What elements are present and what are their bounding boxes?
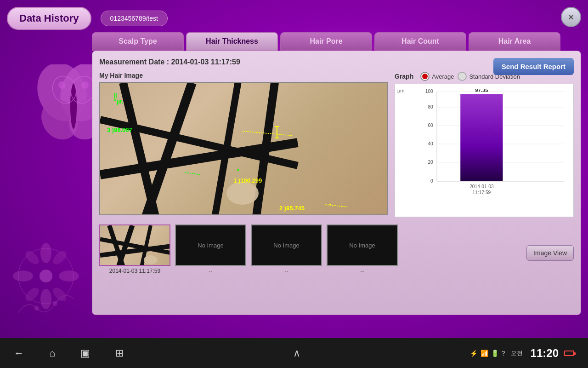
main-panel: Measurement Date : 2014-01-03 11:17:59 S… [92, 51, 581, 315]
wifi-icon: 🔋 [491, 350, 499, 357]
measurement-2: 2 )95.745 [279, 205, 305, 212]
user-id: 0123456789/test [101, 11, 168, 26]
svg-line-30 [185, 172, 201, 175]
measurement-indicator-top: ||"μr. [114, 92, 123, 105]
recent-apps-button[interactable]: ▣ [80, 347, 90, 359]
svg-text:2014-01-03: 2014-01-03 [469, 184, 494, 189]
nav-right: ⚡ 📶 🔋 ? 오전 11:20 [470, 347, 574, 360]
qr-button[interactable]: ⊞ [115, 347, 124, 359]
up-button[interactable]: ∧ [293, 347, 300, 359]
hair-image-section: My Hair Image [99, 72, 388, 219]
close-button[interactable]: × [561, 7, 581, 27]
thumbnail-image-1[interactable] [99, 224, 170, 266]
measurement-1: 1 )100.299 [233, 177, 262, 184]
svg-rect-49 [460, 94, 503, 181]
svg-point-17 [23, 285, 41, 304]
svg-point-8 [81, 81, 89, 89]
tab-scalp-type[interactable]: Scalp Type [92, 32, 184, 51]
app-title: Data History [7, 7, 91, 30]
tab-bar: Scalp Type Hair Thickness Hair Pore Hair… [92, 32, 560, 51]
thumbnail-item-1[interactable]: 2014-01-03 11:17:59 [99, 224, 170, 274]
svg-point-11 [40, 289, 51, 309]
tab-hair-area[interactable]: Hair Area [469, 32, 560, 51]
usb-icon: ⚡ [470, 350, 478, 357]
content-row: My Hair Image [99, 72, 574, 219]
tab-hair-pore[interactable]: Hair Pore [280, 32, 372, 51]
svg-point-20 [53, 301, 57, 306]
svg-text:40: 40 [428, 141, 433, 146]
thumb-hair-svg [100, 225, 170, 265]
no-image-label-2: No Image [198, 242, 223, 249]
thumbnail-date-2: -- [209, 268, 213, 274]
svg-text:100: 100 [425, 89, 433, 94]
thumbnail-item-3[interactable]: No Image -- [251, 224, 322, 274]
send-result-button[interactable]: Send Result Report [493, 58, 574, 75]
svg-point-27 [226, 182, 259, 205]
svg-point-10 [40, 243, 51, 263]
flower-decoration [9, 230, 83, 322]
signal-icon: 📶 [481, 350, 488, 357]
svg-text:0: 0 [430, 178, 433, 184]
svg-point-18 [51, 285, 69, 304]
no-image-label-4: No Image [349, 242, 375, 249]
graph-svg: 0 20 40 60 80 100 97.35 2014-01-03 11:17… [418, 89, 569, 198]
hair-image-container: ||"μr. 3 )96.007 1 )100.299 2 )95.745 [99, 82, 388, 215]
image-view-button[interactable]: Image View [526, 245, 574, 261]
svg-text:11:17:59: 11:17:59 [472, 190, 491, 195]
svg-point-13 [59, 270, 79, 282]
nav-center: ∧ [293, 347, 300, 359]
help-icon: ? [502, 350, 505, 357]
thumbnail-bg-1 [100, 225, 170, 265]
no-image-label-3: No Image [273, 242, 299, 249]
status-icons: ⚡ 📶 🔋 ? [470, 350, 505, 357]
graph-y-unit: μm [397, 88, 405, 93]
battery-icon [564, 351, 574, 356]
am-pm-label: 오전 [511, 349, 523, 357]
nav-icons-left: ← ⌂ ▣ ⊞ [14, 347, 124, 359]
top-bar: Data History 0123456789/test × [7, 7, 581, 30]
tab-hair-count[interactable]: Hair Count [374, 32, 466, 51]
time-display: 11:20 [531, 347, 559, 360]
measurement-3: 3 )96.007 [107, 126, 132, 133]
average-radio-circle[interactable] [420, 72, 430, 81]
graph-container: μm 0 20 40 60 [395, 84, 574, 217]
std-dev-radio-circle[interactable] [458, 72, 467, 81]
svg-text:20: 20 [428, 160, 433, 165]
thumbnail-item-4[interactable]: No Image -- [327, 224, 398, 274]
average-label: Average [432, 73, 454, 80]
thumbnail-item-2[interactable]: No Image -- [175, 224, 246, 274]
thumbnail-image-2[interactable]: No Image [175, 224, 246, 266]
svg-rect-34 [237, 169, 239, 171]
android-nav-bar: ← ⌂ ▣ ⊞ ∧ ⚡ 📶 🔋 ? 오전 11:20 [0, 338, 588, 368]
image-view-button-container: Image View [526, 227, 574, 261]
thumbnail-date-3: -- [285, 268, 288, 274]
thumbnail-image-3[interactable]: No Image [251, 224, 322, 266]
svg-line-29 [325, 205, 348, 207]
svg-text:60: 60 [428, 123, 433, 128]
average-radio-option[interactable]: Average [420, 72, 454, 81]
hair-image-background: ||"μr. 3 )96.007 1 )100.299 2 )95.745 [100, 83, 387, 214]
svg-point-19 [34, 306, 39, 310]
graph-label: Graph [395, 73, 413, 80]
back-button[interactable]: ← [14, 347, 24, 359]
home-button[interactable]: ⌂ [49, 347, 55, 359]
svg-point-15 [23, 248, 41, 267]
tab-hair-thickness[interactable]: Hair Thickness [186, 32, 278, 51]
svg-point-7 [58, 81, 66, 89]
svg-point-16 [51, 248, 69, 267]
thumbnail-strip: 2014-01-03 11:17:59 No Image -- No Image… [99, 224, 574, 274]
hair-image-label: My Hair Image [99, 72, 388, 79]
graph-section: Graph Average Standard Deviation μm [395, 72, 574, 219]
svg-point-14 [40, 270, 52, 282]
thumbnail-image-4[interactable]: No Image [327, 224, 398, 266]
svg-line-22 [146, 83, 192, 214]
hair-strands-svg [100, 83, 387, 214]
svg-text:80: 80 [428, 104, 433, 109]
thumbnail-date-1: 2014-01-03 11:17:59 [109, 268, 160, 274]
svg-point-58 [144, 255, 158, 264]
thumbnail-date-4: -- [361, 268, 364, 274]
svg-text:97.35: 97.35 [475, 89, 488, 93]
svg-point-12 [13, 270, 33, 282]
svg-rect-35 [329, 204, 331, 205]
